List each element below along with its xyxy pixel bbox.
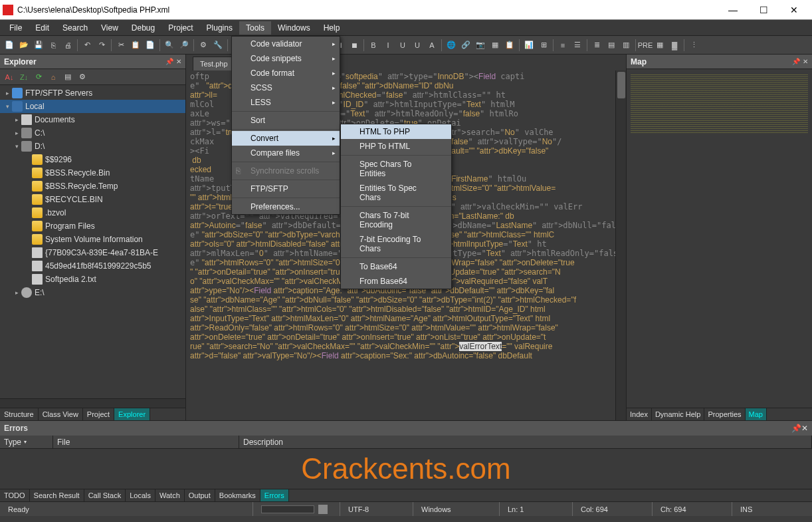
- toolbar-btn-29[interactable]: B: [367, 39, 380, 52]
- menu-help[interactable]: Help: [317, 21, 347, 35]
- bottom-tab-errors[interactable]: Errors: [260, 489, 289, 501]
- convert-menu-html-to-php[interactable]: HTML To PHP: [341, 124, 451, 139]
- bottom-tab-bookmarks[interactable]: Bookmarks: [215, 489, 260, 501]
- sort-za-icon[interactable]: Z↓: [17, 70, 31, 84]
- tree-item-1[interactable]: ▾Local: [0, 100, 185, 113]
- toolbar-btn-33[interactable]: A: [425, 39, 439, 52]
- col-file[interactable]: File: [53, 436, 239, 448]
- menu-debug[interactable]: Debug: [125, 21, 161, 35]
- pin-icon[interactable]: 📌: [165, 58, 173, 65]
- tree-item-9[interactable]: .bzvol: [0, 206, 185, 219]
- toolbar-btn-13[interactable]: 🔍: [163, 39, 176, 52]
- tree-item-15[interactable]: ▸E:\: [0, 286, 185, 299]
- tools-menu-compare-files[interactable]: Compare files▸: [232, 146, 340, 160]
- convert-menu-spec-chars-to-entities[interactable]: Spec Chars To Entities: [341, 157, 451, 181]
- toolbar-btn-6[interactable]: ↶: [80, 39, 94, 52]
- close-panel-icon[interactable]: ✕: [176, 58, 181, 65]
- errors-close-icon[interactable]: ✕: [801, 424, 808, 433]
- right-tab-properties[interactable]: Properties: [704, 408, 745, 420]
- col-description[interactable]: Description: [239, 436, 812, 448]
- tree-item-10[interactable]: Program Files: [0, 219, 185, 233]
- bottom-tab-output[interactable]: Output: [185, 489, 215, 501]
- tools-menu-sort[interactable]: Sort: [232, 113, 340, 128]
- errors-pin-icon[interactable]: 📌: [791, 424, 801, 433]
- convert-menu-to-base64[interactable]: To Base64: [341, 259, 451, 274]
- bottom-tab-search-result[interactable]: Search Result: [30, 489, 84, 501]
- tree-item-2[interactable]: ▸Documents: [0, 113, 185, 126]
- menu-windows[interactable]: Windows: [271, 21, 317, 35]
- tree-item-3[interactable]: ▸C:\: [0, 126, 185, 140]
- toolbar-btn-31[interactable]: U: [396, 39, 409, 52]
- close-button[interactable]: ✕: [779, 0, 809, 20]
- home-icon[interactable]: ⌂: [47, 70, 60, 84]
- toolbar-btn-35[interactable]: 🌐: [445, 39, 458, 52]
- toolbar-btn-32[interactable]: U: [411, 39, 424, 52]
- toolbar-btn-14[interactable]: 🔎: [177, 39, 191, 52]
- left-tab-structure[interactable]: Structure: [0, 408, 39, 420]
- tree-item-0[interactable]: ▸FTP/SFTP Servers: [0, 86, 185, 100]
- menu-view[interactable]: View: [94, 21, 125, 35]
- toolbar-btn-16[interactable]: ⚙: [197, 39, 210, 52]
- right-tab-dynamic-help[interactable]: Dynamic Help: [652, 408, 704, 420]
- tree-item-7[interactable]: $BSS.Recycle.Temp: [0, 180, 185, 193]
- tree-item-12[interactable]: {77B09C3A-839E-4ea7-81BA-E: [0, 246, 185, 259]
- tree-item-14[interactable]: Softpedia 2.txt: [0, 273, 185, 286]
- tools-menu-code-format[interactable]: Code format▸: [232, 66, 340, 80]
- toolbar-btn-10[interactable]: 📋: [129, 39, 142, 52]
- maximize-button[interactable]: ☐: [748, 0, 779, 20]
- bottom-tab-watch[interactable]: Watch: [155, 489, 185, 501]
- left-tab-project[interactable]: Project: [83, 408, 114, 420]
- tree-item-13[interactable]: 45d9ed41fb8f451999229c5b5: [0, 259, 185, 273]
- toolbar-btn-9[interactable]: ✂: [114, 39, 128, 52]
- explorer-scrollbar-h[interactable]: [0, 398, 185, 408]
- tools-menu-code-snippets[interactable]: Code snippets▸: [232, 51, 340, 66]
- menu-file[interactable]: File: [3, 21, 29, 35]
- right-tab-map[interactable]: Map: [746, 408, 767, 420]
- menu-edit[interactable]: Edit: [29, 21, 56, 35]
- toolbar-btn-36[interactable]: 🔗: [459, 39, 472, 52]
- tools-menu-ftp-sftp[interactable]: FTP/SFTP: [232, 182, 340, 196]
- minimap[interactable]: [627, 69, 812, 408]
- toolbar-btn-55[interactable]: ⋮: [687, 39, 700, 52]
- tools-menu-code-validator[interactable]: Code validator▸: [232, 37, 340, 51]
- toolbar-btn-47[interactable]: ≣: [590, 39, 603, 52]
- toolbar-btn-27[interactable]: ⏹: [348, 39, 361, 52]
- status-encoding[interactable]: UTF-8: [340, 502, 413, 516]
- toolbar-btn-11[interactable]: 📄: [144, 39, 157, 52]
- convert-menu-entities-to-spec-chars[interactable]: Entities To Spec Chars: [341, 181, 451, 205]
- tools-menu-scss[interactable]: SCSS▸: [232, 80, 340, 95]
- toolbar-btn-30[interactable]: I: [381, 39, 395, 52]
- toolbar-btn-17[interactable]: 🔧: [211, 39, 225, 52]
- toolbar-btn-37[interactable]: 📷: [474, 39, 487, 52]
- map-close-icon[interactable]: ✕: [803, 58, 808, 65]
- tree-item-4[interactable]: ▾D:\: [0, 140, 185, 153]
- bottom-tab-call-stack[interactable]: Call Stack: [84, 489, 126, 501]
- convert-menu-from-base64[interactable]: From Base64: [341, 274, 451, 289]
- col-type[interactable]: Type▾: [0, 436, 53, 448]
- tools-menu-convert[interactable]: Convert▸: [232, 131, 340, 146]
- left-tab-explorer[interactable]: Explorer: [114, 408, 150, 420]
- toolbar-btn-51[interactable]: PRE: [639, 39, 652, 52]
- toolbar-btn-45[interactable]: ☰: [571, 39, 584, 52]
- toolbar-btn-42[interactable]: ⊞: [537, 39, 550, 52]
- toolbar-btn-44[interactable]: ≡: [556, 39, 569, 52]
- tree-item-8[interactable]: $RECYCLE.BIN: [0, 193, 185, 206]
- convert-menu-php-to-html[interactable]: PHP To HTML: [341, 139, 451, 154]
- status-eol[interactable]: Windows: [413, 502, 499, 516]
- toolbar-btn-4[interactable]: 🖨: [61, 39, 74, 52]
- toolbar-btn-2[interactable]: 💾: [32, 39, 45, 52]
- toolbar-btn-1[interactable]: 📂: [17, 39, 31, 52]
- tree-item-5[interactable]: $$9296: [0, 153, 185, 166]
- bottom-tab-todo[interactable]: TODO: [0, 489, 30, 501]
- tree-item-11[interactable]: System Volume Information: [0, 233, 185, 246]
- editor-scrollbar-v[interactable]: [615, 70, 626, 420]
- tools-menu-preferences-[interactable]: Preferences...: [232, 199, 340, 214]
- refresh-icon[interactable]: ⟳: [32, 70, 45, 84]
- map-pin-icon[interactable]: 📌: [792, 58, 800, 65]
- toolbar-btn-39[interactable]: 📋: [503, 39, 516, 52]
- left-tab-class-view[interactable]: Class View: [39, 408, 83, 420]
- toolbar-btn-7[interactable]: ↷: [95, 39, 108, 52]
- tree-item-6[interactable]: $BSS.Recycle.Bin: [0, 166, 185, 180]
- toolbar-btn-48[interactable]: ▤: [605, 39, 618, 52]
- file-tree[interactable]: ▸FTP/SFTP Servers▾Local▸Documents▸C:\▾D:…: [0, 85, 185, 398]
